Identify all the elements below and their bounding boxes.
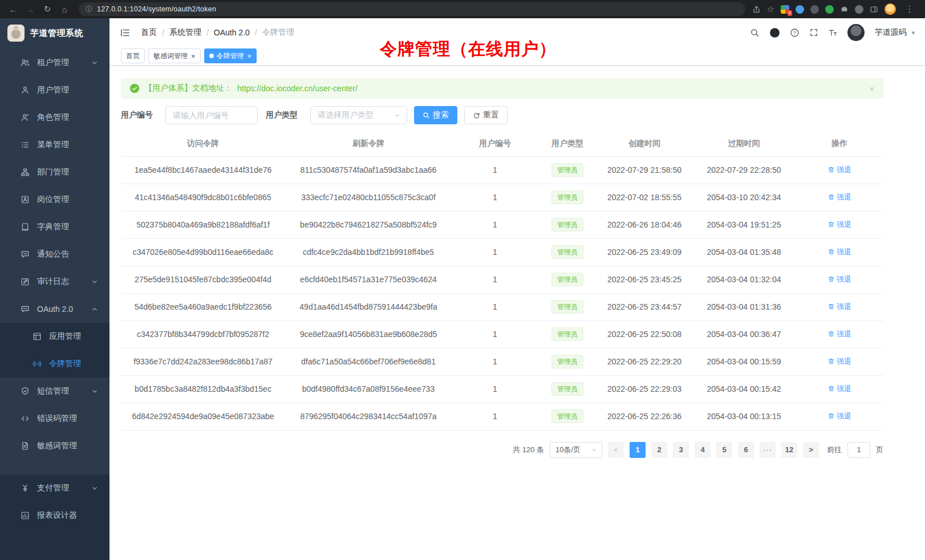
sidebar-item-sms[interactable]: 短信管理 [0,378,109,405]
chevron-down-icon [90,277,99,286]
force-logout-button[interactable]: 强退 [827,302,851,312]
extension-icon[interactable] [810,5,819,14]
user-id-cell: 1 [452,266,538,293]
sidebar-item-oauth2[interactable]: OAuth 2.0 [0,295,109,323]
username[interactable]: 芋道源码 [874,27,906,38]
page-button-6[interactable]: 6 [738,442,754,458]
chevron-down-icon [90,484,99,493]
doc-link[interactable]: https://doc.iocoder.cn/user-center/ [237,84,358,93]
next-page-button[interactable]: > [803,442,819,458]
force-logout-button[interactable]: 强退 [827,384,851,394]
share-icon[interactable] [752,5,761,14]
force-logout-label: 强退 [837,384,851,394]
font-size-icon[interactable] [828,28,838,38]
user-type-select[interactable]: 请选择用户类型 [310,106,407,124]
refresh-token-cell: be90422b8c7946218275a508bf524fc9 [285,211,452,238]
page-button-4[interactable]: 4 [695,442,711,458]
reset-button[interactable]: 重置 [464,106,508,124]
force-logout-button[interactable]: 强退 [827,274,851,285]
close-icon[interactable]: × [191,52,196,60]
refresh-token-cell: 49d1aa46d1454fbd87591444423be9fa [285,293,452,320]
delete-icon [827,385,835,392]
sidebar-item-notice[interactable]: 通知公告 [0,241,109,268]
user-type-badge: 管理员 [551,273,583,286]
sidebar-item-label: 用户管理 [37,85,99,95]
side-panel-icon[interactable] [870,5,878,14]
page-button-3[interactable]: 3 [673,442,689,458]
sidebar-item-role[interactable]: 角色管理 [0,104,109,131]
table-row: 41c41346a548490f9dc8b01c6bfe0865333ecfc7… [121,184,883,211]
close-icon[interactable]: × [869,84,874,94]
page-button-12[interactable]: 12 [781,442,797,458]
sidebar-item-pay[interactable]: 支付管理 [0,474,109,502]
page-button-5[interactable]: 5 [716,442,732,458]
search-icon [423,112,430,119]
fullscreen-icon[interactable] [809,28,818,37]
force-logout-button[interactable]: 强退 [827,220,851,230]
force-logout-button[interactable]: 强退 [827,411,851,421]
sidebar-item-label: 报表设计器 [37,510,99,521]
address-bar[interactable]: ⓘ 127.0.0.1:1024/system/oauth2/token [79,2,745,16]
tab-oauth2-token[interactable]: 令牌管理× [204,48,257,63]
force-logout-button[interactable]: 强退 [827,192,851,202]
extension-icon[interactable] [825,5,834,14]
sidebar-item-tenant[interactable]: 租户管理 [0,49,109,76]
sidebar-item-error-code[interactable]: 错误码管理 [0,405,109,432]
search-button[interactable]: 搜索 [414,106,457,124]
forward-icon[interactable]: → [23,2,38,17]
access-token-cell: 6d842e2924594de9a09e45e087323abe [121,403,285,430]
browser-profile-avatar[interactable] [885,3,896,15]
hamburger-icon[interactable] [116,24,134,42]
force-logout-button[interactable]: 强退 [827,329,851,339]
force-logout-button[interactable]: 强退 [827,247,851,257]
expire-time-cell: 2054-03-04 00:36:47 [692,320,796,348]
sidebar-item-menu[interactable]: 菜单管理 [0,131,109,159]
app-logo[interactable]: 芋道管理系统 [0,18,109,48]
close-icon[interactable]: × [248,52,252,60]
sidebar-item-oauth2-client[interactable]: 应用管理 [0,323,109,350]
extension-icon[interactable] [796,5,804,14]
page-size-select[interactable]: 10条/页 [550,442,602,458]
alert-text: 【用户体系】文档地址： [144,83,232,94]
page-button-2[interactable]: 2 [651,442,667,458]
page-button-1[interactable]: 1 [630,442,646,458]
caret-down-icon[interactable]: ▾ [911,29,915,36]
user-id-input[interactable] [165,106,258,124]
table-row: c342377bf8b344799dcbf7bf095287f29ce8ef2a… [121,320,883,348]
kebab-menu-icon[interactable]: ⋮ [902,2,917,17]
sidebar-item-label: 敏感词管理 [37,441,99,451]
prev-page-button[interactable]: < [608,442,624,458]
tab-sensitive-word[interactable]: 敏感词管理× [148,48,201,63]
extension-icon[interactable]: 6 [781,5,789,14]
sidebar-item-label: 错误码管理 [37,413,99,424]
sidebar-item-user[interactable]: 用户管理 [0,76,109,104]
back-icon[interactable]: ← [6,2,21,17]
page-ellipsis[interactable]: ··· [760,442,776,458]
force-logout-button[interactable]: 强退 [827,356,851,367]
reload-icon[interactable]: ↻ [40,2,55,17]
help-icon[interactable]: ? [790,28,800,38]
svg-text:?: ? [794,30,797,35]
sidebar-item-oauth2-token[interactable]: 令牌管理 [0,350,109,378]
user-avatar[interactable] [847,24,865,41]
sidebar-item-post[interactable]: 岗位管理 [0,186,109,213]
breadcrumb-item[interactable]: 系统管理 [169,27,201,38]
extension-icon[interactable] [855,5,863,14]
table-row: 1ea5e44f8bc1467aaede43144f31de76811c5304… [121,156,883,184]
sidebar-item-dict[interactable]: 字典管理 [0,213,109,241]
sidebar-item-audit-log[interactable]: 审计日志 [0,268,109,295]
search-icon[interactable] [750,28,760,38]
sidebar-item-dept[interactable]: 部门管理 [0,159,109,186]
home-icon[interactable]: ⌂ [57,2,72,17]
tab-home[interactable]: 首页 [121,48,145,63]
breadcrumb-item[interactable]: 首页 [141,27,157,38]
github-icon[interactable] [769,27,780,38]
goto-page-input[interactable] [847,442,870,458]
breadcrumb-item[interactable]: OAuth 2.0 [214,28,250,37]
site-info-icon[interactable]: ⓘ [86,5,92,14]
force-logout-button[interactable]: 强退 [827,165,851,175]
bookmark-star-icon[interactable]: ☆ [767,4,774,14]
sidebar-item-sensitive-word[interactable]: 敏感词管理 [0,432,109,460]
sidebar-item-report-designer[interactable]: 报表设计器 [0,502,109,529]
extensions-puzzle-icon[interactable] [840,5,849,14]
